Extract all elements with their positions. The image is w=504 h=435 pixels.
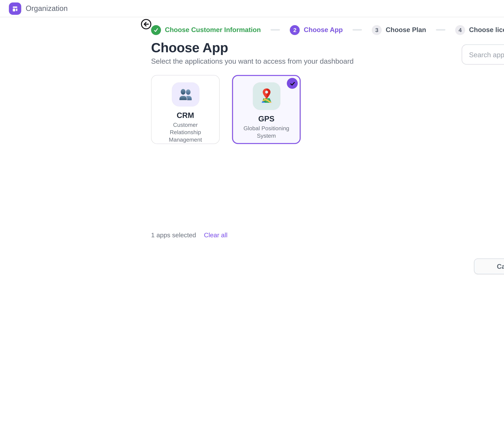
app-card-grid: CRM Customer Relationship Management [151,75,301,144]
step-label: Choose Customer Information [165,26,261,34]
top-header: Organization PO [0,0,504,17]
app-card-crm[interactable]: CRM Customer Relationship Management [151,75,220,144]
step-number: 4 [455,25,465,35]
app-title: Organization [26,0,68,17]
app-card-gps[interactable]: GPS Global Positioning System [232,75,301,144]
back-button[interactable] [141,19,152,30]
map-pin-icon [252,82,280,110]
app-window: Organization PO Choose Customer Informat… [0,0,504,435]
app-logo-icon [9,2,21,15]
step-connector [353,29,362,30]
app-name: GPS [258,114,274,123]
step-check-circle [151,25,161,35]
step-connector [271,29,280,30]
step-label: Choose Plan [386,26,426,34]
check-icon [153,27,159,33]
arrow-left-circle-icon [141,19,152,30]
clear-all-link[interactable]: Clear all [204,231,227,239]
search-box [462,44,504,65]
cancel-button[interactable]: Cancel [474,259,504,274]
step-label: Choose App [304,26,343,34]
selection-row: 1 apps selected Clear all [151,231,227,239]
step-number: 2 [290,25,300,35]
check-icon [289,80,296,87]
app-name: CRM [177,111,194,120]
step-number: 3 [372,25,382,35]
stepper-step-choose-plan[interactable]: 3 Choose Plan [372,25,426,35]
page-subtitle: Select the applications you want to acce… [151,57,354,65]
selected-badge [287,78,298,89]
search-input[interactable] [462,45,504,64]
page-title: Choose App [151,41,228,56]
action-buttons: Cancel Continue [474,259,504,274]
stepper-step-choose-app[interactable]: 2 Choose App [290,25,343,35]
stepper-step-choose-license[interactable]: 4 Choose license [455,25,504,35]
step-connector [436,29,445,30]
step-label: Choose license [469,26,504,34]
people-icon [171,82,199,107]
stepper-step-choose-customer-information[interactable]: Choose Customer Information [151,25,261,35]
app-description: Global Positioning System [238,125,294,139]
app-description: Customer Relationship Management [157,122,214,143]
wizard-stepper: Choose Customer Information 2 Choose App… [151,25,504,35]
selection-count: 1 apps selected [151,231,196,239]
